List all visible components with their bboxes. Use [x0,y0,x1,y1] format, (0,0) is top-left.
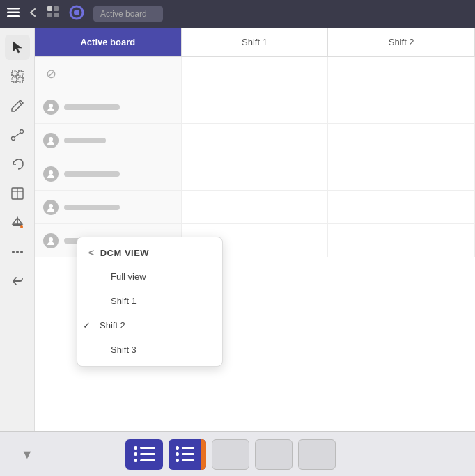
svg-point-28 [49,204,53,208]
fill-tool[interactable] [5,210,30,235]
page-title: Active board [93,6,163,22]
header-active-board: Active board [35,28,182,56]
row-cell-empty9 [182,191,329,223]
svg-rect-4 [54,6,59,11]
left-toolbar [0,28,35,431]
row-cell-empty12 [328,224,475,257]
dcm-item-shift1[interactable]: Shift 1 [77,289,222,313]
row-cell-user3 [35,157,182,190]
row-cell-empty3 [182,90,329,123]
svg-point-15 [20,130,23,134]
more-tool[interactable] [5,239,30,264]
dcm-menu-title: DCM VIEW [100,248,149,258]
svg-point-22 [12,251,15,253]
svg-rect-2 [7,15,20,17]
bottom-btn-4[interactable] [255,439,293,470]
bottom-btn-1[interactable] [125,439,163,470]
bottom-btn-3[interactable] [212,439,249,470]
row-cell-empty8 [328,157,475,190]
dcm-item-fullview[interactable]: Full view [77,264,222,289]
svg-point-8 [74,10,79,15]
dcm-item-shift3[interactable]: Shift 3 [77,338,222,362]
row-cell-empty4 [328,90,475,123]
top-bar: Active board [0,0,475,28]
table-row [35,124,475,157]
user-icon [43,100,59,115]
user-icon [43,133,59,148]
svg-point-14 [11,137,15,141]
board-area: Active board Shift 1 Shift 2 ⊘ [35,28,475,431]
svg-line-13 [19,102,22,104]
row-cell-user1 [35,90,182,123]
svg-rect-11 [12,77,17,82]
table-row [35,90,475,124]
main-area: Active board Shift 1 Shift 2 ⊘ [0,28,475,431]
row-content-line [64,205,120,210]
user-icon [43,166,59,182]
bottom-btn-2[interactable] [169,439,206,470]
user-icon [43,233,59,248]
bottom-bar: ▼ [0,431,475,476]
row-cell-empty6 [328,124,475,157]
svg-point-25 [49,104,53,108]
svg-point-24 [20,251,23,253]
row-cell-blocked: ⊘ [35,57,182,90]
row-cell-empty2 [328,57,475,90]
svg-point-26 [49,137,53,141]
svg-rect-12 [18,77,23,82]
board-header: Active board Shift 1 Shift 2 [35,28,475,57]
cursor-tool[interactable] [5,35,30,60]
row-content-line [64,138,106,143]
dcm-menu: < DCM VIEW Full view Shift 1 ✓ Shift 2 S… [77,237,223,367]
row-cell-user4 [35,191,182,223]
dcm-menu-header: < DCM VIEW [77,241,222,264]
back-icon[interactable] [28,8,39,20]
row-cell-user2 [35,124,182,157]
table-row [35,157,475,191]
bottom-btn-5[interactable] [298,439,336,470]
menu-icon[interactable] [7,8,20,20]
svg-rect-10 [18,71,23,76]
dcm-item-shift2[interactable]: ✓ Shift 2 [77,313,222,338]
scroll-down-icon[interactable]: ▼ [21,447,33,462]
svg-line-16 [15,133,20,137]
svg-rect-9 [12,71,17,76]
row-cell-empty10 [328,191,475,223]
table-row [35,191,475,224]
table-row: ⊘ [35,57,475,90]
pencil-tool[interactable] [5,93,30,118]
header-shift1: Shift 1 [182,28,329,56]
line-tool[interactable] [5,122,30,148]
user-icon [43,200,59,215]
svg-rect-6 [54,13,59,17]
select-tool[interactable] [5,64,30,89]
svg-point-23 [16,251,19,253]
svg-point-21 [20,225,23,228]
svg-point-29 [49,237,53,241]
return-tool[interactable] [5,269,30,294]
row-cell-empty5 [182,124,329,157]
check-mark-icon: ✓ [83,320,94,331]
row-content-line [64,104,120,110]
blocked-icon: ⊘ [43,66,59,81]
header-shift2: Shift 2 [328,28,475,56]
table-tool[interactable] [5,181,30,206]
row-content-line [64,171,120,177]
svg-point-27 [49,170,53,175]
grid-icon[interactable] [47,6,60,22]
svg-rect-1 [7,12,20,14]
dcm-back-button[interactable]: < [88,247,95,258]
svg-rect-5 [47,13,52,17]
row-cell-empty7 [182,157,329,190]
undo-tool[interactable] [5,152,30,177]
orange-strip [201,439,206,470]
svg-rect-0 [7,8,20,10]
logo-icon [68,5,85,23]
svg-rect-3 [47,6,52,11]
row-cell-empty1 [182,57,329,90]
